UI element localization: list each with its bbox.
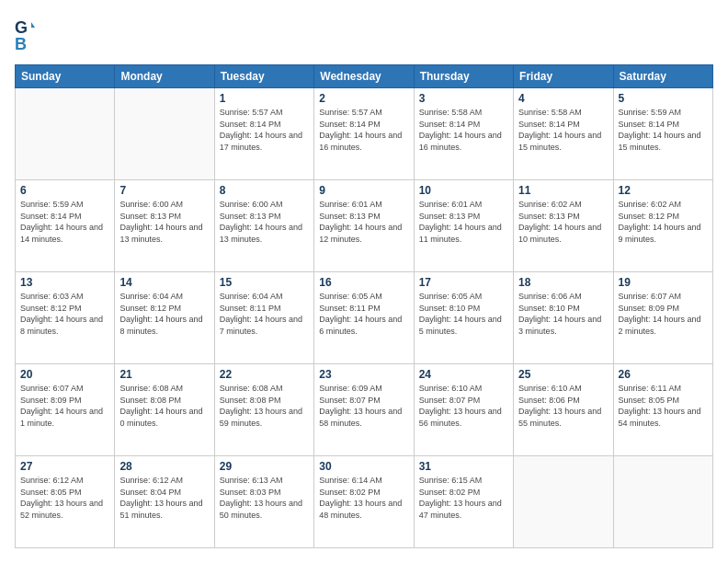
day-number: 7 xyxy=(119,184,209,197)
page: G B SundayMondayTuesdayWednesdayThursday… xyxy=(0,0,728,563)
day-number: 22 xyxy=(220,368,309,381)
day-info: Sunrise: 6:04 AMSunset: 8:12 PMDaylight:… xyxy=(119,291,209,337)
day-number: 20 xyxy=(20,368,109,381)
weekday-header-tuesday: Tuesday xyxy=(214,65,313,88)
day-info: Sunrise: 6:02 AMSunset: 8:13 PMDaylight:… xyxy=(518,199,608,245)
calendar-cell: 13Sunrise: 6:03 AMSunset: 8:12 PMDayligh… xyxy=(16,272,115,364)
calendar-cell: 22Sunrise: 6:08 AMSunset: 8:08 PMDayligh… xyxy=(214,364,313,456)
svg-text:B: B xyxy=(15,35,27,52)
day-number: 9 xyxy=(319,184,408,197)
day-number: 1 xyxy=(220,92,309,105)
day-info: Sunrise: 5:58 AMSunset: 8:14 PMDaylight:… xyxy=(518,107,608,153)
day-number: 15 xyxy=(220,276,309,289)
day-number: 8 xyxy=(220,184,309,197)
day-info: Sunrise: 5:57 AMSunset: 8:14 PMDaylight:… xyxy=(220,107,309,153)
calendar-cell: 10Sunrise: 6:01 AMSunset: 8:13 PMDayligh… xyxy=(414,180,513,272)
day-info: Sunrise: 5:59 AMSunset: 8:14 PMDaylight:… xyxy=(20,199,109,245)
calendar-week-row: 20Sunrise: 6:07 AMSunset: 8:09 PMDayligh… xyxy=(16,364,713,456)
day-number: 19 xyxy=(619,276,708,289)
calendar-cell: 15Sunrise: 6:04 AMSunset: 8:11 PMDayligh… xyxy=(214,272,313,364)
day-info: Sunrise: 6:00 AMSunset: 8:13 PMDaylight:… xyxy=(119,199,209,245)
day-info: Sunrise: 6:06 AMSunset: 8:10 PMDaylight:… xyxy=(518,291,608,337)
day-number: 25 xyxy=(518,368,608,381)
calendar-cell: 1Sunrise: 5:57 AMSunset: 8:14 PMDaylight… xyxy=(214,88,313,180)
day-number: 14 xyxy=(119,276,209,289)
day-info: Sunrise: 6:14 AMSunset: 8:02 PMDaylight:… xyxy=(319,475,408,521)
day-info: Sunrise: 6:12 AMSunset: 8:05 PMDaylight:… xyxy=(20,475,109,521)
calendar-cell: 24Sunrise: 6:10 AMSunset: 8:07 PMDayligh… xyxy=(414,364,513,456)
calendar-week-row: 6Sunrise: 5:59 AMSunset: 8:14 PMDaylight… xyxy=(16,180,713,272)
calendar-cell: 23Sunrise: 6:09 AMSunset: 8:07 PMDayligh… xyxy=(314,364,414,456)
day-number: 31 xyxy=(419,460,508,473)
day-info: Sunrise: 6:05 AMSunset: 8:10 PMDaylight:… xyxy=(419,291,508,337)
calendar-cell: 3Sunrise: 5:58 AMSunset: 8:14 PMDaylight… xyxy=(414,88,513,180)
calendar-cell: 27Sunrise: 6:12 AMSunset: 8:05 PMDayligh… xyxy=(16,456,115,548)
day-info: Sunrise: 6:08 AMSunset: 8:08 PMDaylight:… xyxy=(220,383,309,429)
calendar-cell: 14Sunrise: 6:04 AMSunset: 8:12 PMDayligh… xyxy=(115,272,214,364)
weekday-header-wednesday: Wednesday xyxy=(314,65,414,88)
day-info: Sunrise: 6:00 AMSunset: 8:13 PMDaylight:… xyxy=(220,199,309,245)
calendar-cell: 11Sunrise: 6:02 AMSunset: 8:13 PMDayligh… xyxy=(514,180,613,272)
calendar-cell: 20Sunrise: 6:07 AMSunset: 8:09 PMDayligh… xyxy=(16,364,115,456)
day-number: 2 xyxy=(319,92,408,105)
weekday-header-friday: Friday xyxy=(514,65,613,88)
calendar-cell: 17Sunrise: 6:05 AMSunset: 8:10 PMDayligh… xyxy=(414,272,513,364)
day-number: 27 xyxy=(20,460,109,473)
header: G B xyxy=(15,15,713,55)
calendar-table: SundayMondayTuesdayWednesdayThursdayFrid… xyxy=(15,64,713,548)
day-number: 10 xyxy=(419,184,508,197)
calendar-cell: 30Sunrise: 6:14 AMSunset: 8:02 PMDayligh… xyxy=(314,456,414,548)
calendar-cell: 21Sunrise: 6:08 AMSunset: 8:08 PMDayligh… xyxy=(115,364,214,456)
day-info: Sunrise: 6:03 AMSunset: 8:12 PMDaylight:… xyxy=(20,291,109,337)
day-number: 16 xyxy=(319,276,408,289)
calendar-cell xyxy=(115,88,214,180)
weekday-header-sunday: Sunday xyxy=(16,65,115,88)
day-number: 24 xyxy=(419,368,508,381)
day-info: Sunrise: 6:13 AMSunset: 8:03 PMDaylight:… xyxy=(220,475,309,521)
calendar-cell: 25Sunrise: 6:10 AMSunset: 8:06 PMDayligh… xyxy=(514,364,613,456)
day-info: Sunrise: 6:05 AMSunset: 8:11 PMDaylight:… xyxy=(319,291,408,337)
day-number: 12 xyxy=(619,184,708,197)
calendar-cell: 2Sunrise: 5:57 AMSunset: 8:14 PMDaylight… xyxy=(314,88,414,180)
day-info: Sunrise: 6:12 AMSunset: 8:04 PMDaylight:… xyxy=(119,475,209,521)
calendar-cell: 28Sunrise: 6:12 AMSunset: 8:04 PMDayligh… xyxy=(115,456,214,548)
calendar-cell: 16Sunrise: 6:05 AMSunset: 8:11 PMDayligh… xyxy=(314,272,414,364)
day-info: Sunrise: 6:15 AMSunset: 8:02 PMDaylight:… xyxy=(419,475,508,521)
day-number: 28 xyxy=(119,460,209,473)
day-info: Sunrise: 6:04 AMSunset: 8:11 PMDaylight:… xyxy=(220,291,309,337)
day-number: 30 xyxy=(319,460,408,473)
logo-icon: G B xyxy=(15,15,35,52)
calendar-cell: 26Sunrise: 6:11 AMSunset: 8:05 PMDayligh… xyxy=(613,364,712,456)
calendar-cell: 18Sunrise: 6:06 AMSunset: 8:10 PMDayligh… xyxy=(514,272,613,364)
day-number: 29 xyxy=(220,460,309,473)
day-number: 3 xyxy=(419,92,508,105)
day-info: Sunrise: 5:57 AMSunset: 8:14 PMDaylight:… xyxy=(319,107,408,153)
day-number: 4 xyxy=(518,92,608,105)
day-info: Sunrise: 6:07 AMSunset: 8:09 PMDaylight:… xyxy=(619,291,708,337)
calendar-week-row: 27Sunrise: 6:12 AMSunset: 8:05 PMDayligh… xyxy=(16,456,713,548)
day-info: Sunrise: 5:58 AMSunset: 8:14 PMDaylight:… xyxy=(419,107,508,153)
day-number: 23 xyxy=(319,368,408,381)
day-info: Sunrise: 6:10 AMSunset: 8:07 PMDaylight:… xyxy=(419,383,508,429)
weekday-header-saturday: Saturday xyxy=(613,65,712,88)
day-number: 21 xyxy=(119,368,209,381)
calendar-cell: 8Sunrise: 6:00 AMSunset: 8:13 PMDaylight… xyxy=(214,180,313,272)
day-number: 11 xyxy=(518,184,608,197)
day-number: 6 xyxy=(20,184,109,197)
calendar-cell: 7Sunrise: 6:00 AMSunset: 8:13 PMDaylight… xyxy=(115,180,214,272)
calendar-cell: 4Sunrise: 5:58 AMSunset: 8:14 PMDaylight… xyxy=(514,88,613,180)
day-info: Sunrise: 6:01 AMSunset: 8:13 PMDaylight:… xyxy=(419,199,508,245)
day-number: 26 xyxy=(619,368,708,381)
weekday-header-row: SundayMondayTuesdayWednesdayThursdayFrid… xyxy=(16,65,713,88)
day-info: Sunrise: 6:07 AMSunset: 8:09 PMDaylight:… xyxy=(20,383,109,429)
calendar-week-row: 1Sunrise: 5:57 AMSunset: 8:14 PMDaylight… xyxy=(16,88,713,180)
calendar-cell: 9Sunrise: 6:01 AMSunset: 8:13 PMDaylight… xyxy=(314,180,414,272)
day-info: Sunrise: 6:09 AMSunset: 8:07 PMDaylight:… xyxy=(319,383,408,429)
day-number: 5 xyxy=(619,92,708,105)
calendar-cell xyxy=(16,88,115,180)
day-number: 13 xyxy=(20,276,109,289)
calendar-cell: 6Sunrise: 5:59 AMSunset: 8:14 PMDaylight… xyxy=(16,180,115,272)
day-number: 18 xyxy=(518,276,608,289)
weekday-header-thursday: Thursday xyxy=(414,65,513,88)
calendar-cell xyxy=(613,456,712,548)
